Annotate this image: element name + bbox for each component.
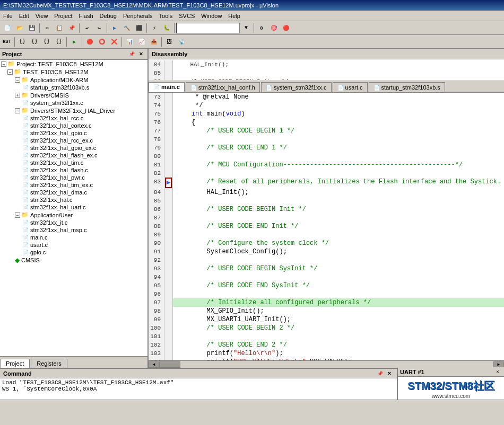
command-close-btn[interactable]: ✕ <box>385 369 394 378</box>
code-line-92[interactable]: 92 <box>149 256 504 264</box>
code-line-83[interactable]: 83 ▶ /* Reset of all peripherals, Initia… <box>149 178 504 188</box>
editor-tab-main-c[interactable]: 📄main.c <box>149 82 185 92</box>
hscroll-thumb[interactable] <box>159 361 180 368</box>
tree-item-10[interactable]: 📄stm32f1xx_hal_rcc_ex.c <box>0 137 147 144</box>
step4-btn[interactable]: {} <box>53 36 65 48</box>
hscroll-right[interactable]: ▶ <box>493 361 504 368</box>
code-line-73[interactable]: 73 * @retval None <box>149 93 504 101</box>
tree-item-11[interactable]: 📄stm32f1xx_hal_gpio_ex.c <box>0 144 147 152</box>
menu-item-svcs[interactable]: SVCS <box>176 12 198 20</box>
code-line-84[interactable]: 84 HAL_Init(); <box>149 188 504 197</box>
tree-item-20[interactable]: −📁Application/User <box>0 211 147 219</box>
tree-item-0[interactable]: −📁Project: TEST_F103C8_HSE12M <box>0 60 147 68</box>
code-line-75[interactable]: 75 int main(void) <box>149 110 504 118</box>
open-btn[interactable]: 📂 <box>14 22 25 34</box>
code-line-78[interactable]: 78 <box>149 135 504 144</box>
code-line-85[interactable]: 85 <box>149 197 504 205</box>
tree-item-9[interactable]: 📄stm32f1xx_hal_gpio.c <box>0 129 147 137</box>
stop-btn[interactable]: ⬛ <box>133 22 145 34</box>
tree-item-12[interactable]: 📄stm32f1xx_hal_flash_ex.c <box>0 152 147 159</box>
code-line-103[interactable]: 103 printf("Hello\r\n"); <box>149 349 504 358</box>
code-line-100[interactable]: 100 /* USER CODE BEGIN 2 */ <box>149 324 504 332</box>
tree-item-6[interactable]: −📁Drivers/STM32F1xx_HAL_Driver <box>0 107 147 114</box>
menu-item-file[interactable]: File <box>0 12 16 20</box>
tree-item-18[interactable]: 📄stm32f1xx_hal.c <box>0 196 147 203</box>
uart-close-btn[interactable]: ✕ <box>493 368 502 376</box>
tree-item-3[interactable]: 📄startup_stm32f103xb.s <box>0 84 147 91</box>
code-line-86[interactable]: 86 /* USER CODE BEGIN Init */ <box>149 205 504 214</box>
step2-btn[interactable]: {} <box>29 36 40 48</box>
tree-item-15[interactable]: 📄stm32f1xx_hal_pwr.c <box>0 174 147 181</box>
tree-item-1[interactable]: −📁TEST_F103C8_HSE12M <box>0 68 147 76</box>
menu-item-help[interactable]: Help <box>225 12 244 20</box>
win-btn[interactable]: 🖼 <box>163 36 175 48</box>
tree-item-2[interactable]: −📁Application/MDK-ARM <box>0 76 147 84</box>
menu-item-view[interactable]: View <box>32 12 51 20</box>
code-editor[interactable]: 73 * @retval None 74 */ 75 int main(void… <box>149 93 504 360</box>
code-line-81[interactable]: 81 /* MCU Configuration-----------------… <box>149 161 504 169</box>
hse-value-input[interactable]: HSE_VALUE <box>176 23 240 33</box>
tree-item-25[interactable]: 📄gpio.c <box>0 249 147 256</box>
code-line-97[interactable]: 97 /* Initialize all configured peripher… <box>149 298 504 307</box>
menu-item-peripherals[interactable]: Peripherals <box>120 12 156 20</box>
step3-btn[interactable]: {} <box>41 36 53 48</box>
tree-item-8[interactable]: 📄stm32f1xx_hal_cortex.c <box>0 122 147 129</box>
out-btn[interactable]: 📤 <box>148 36 160 48</box>
menu-item-edit[interactable]: Edit <box>16 12 32 20</box>
editor-tab-startup_stm32f103xb-s[interactable]: 📄startup_stm32f103xb.s <box>369 82 445 92</box>
bp-btn[interactable]: 🔴 <box>84 36 95 48</box>
project-close-btn[interactable]: ✕ <box>137 50 145 58</box>
tree-item-23[interactable]: 📄main.c <box>0 234 147 241</box>
paste-btn[interactable]: 📌 <box>66 22 77 34</box>
copy-btn[interactable]: 📋 <box>54 22 65 34</box>
save-btn[interactable]: 💾 <box>26 22 38 34</box>
menu-item-flash[interactable]: Flash <box>76 12 97 20</box>
menu-item-tools[interactable]: Tools <box>156 12 176 20</box>
tree-item-22[interactable]: 📄stm32f1xx_hal_msp.c <box>0 226 147 234</box>
code-line-104[interactable]: 104 printf("HSE_VALUE: %d\r\n",HSE_VALUE… <box>149 358 504 360</box>
tree-item-17[interactable]: 📄stm32f1xx_hal_dma.c <box>0 189 147 196</box>
code-line-102[interactable]: 102 /* USER CODE END 2 */ <box>149 341 504 349</box>
cut-btn[interactable]: ✂ <box>41 22 53 34</box>
menu-item-window[interactable]: Window <box>198 12 225 20</box>
code-line-101[interactable]: 101 <box>149 332 504 341</box>
undo-btn[interactable]: ↩ <box>81 22 93 34</box>
editor-tab-stm32f1xx_hal_conf-h[interactable]: 📄stm32f1xx_hal_conf.h <box>186 82 260 92</box>
info-btn[interactable]: 🔴 <box>280 22 292 34</box>
redo-btn[interactable]: ↪ <box>93 22 105 34</box>
code-line-96[interactable]: 96 <box>149 290 504 298</box>
serial-btn[interactable]: 📡 <box>176 36 187 48</box>
code-line-99[interactable]: 99 MX_USART1_UART_Init(); <box>149 315 504 324</box>
settings-btn[interactable]: ⚙ <box>256 22 267 34</box>
rebuild-btn[interactable]: 🔨 <box>121 22 133 34</box>
code-line-90[interactable]: 90 /* Configure the system clock */ <box>149 239 504 247</box>
tree-item-19[interactable]: 📄stm32f1xx_hal_uart.c <box>0 203 147 211</box>
hse-dropdown[interactable]: ▼ <box>240 22 252 34</box>
project-pin-btn[interactable]: 📌 <box>127 50 136 58</box>
code-line-79[interactable]: 79 /* USER CODE END 1 */ <box>149 144 504 152</box>
debug-btn[interactable]: 🐛 <box>161 22 172 34</box>
tree-item-13[interactable]: 📄stm32f1xx_hal_tim.c <box>0 159 147 166</box>
code-line-82[interactable]: 82 <box>149 169 504 178</box>
code-line-80[interactable]: 80 <box>149 152 504 161</box>
editor-tab-system_stm32f1xx-c[interactable]: 📄system_stm32f1xx.c <box>261 82 332 92</box>
tree-item-21[interactable]: 📄stm32f1xx_it.c <box>0 219 147 226</box>
editor-hscroll[interactable]: ◀ ▶ <box>149 360 504 368</box>
build-btn[interactable]: ▶ <box>109 22 120 34</box>
tree-item-5[interactable]: 📄system_stm32f1xx.c <box>0 99 147 107</box>
code-line-77[interactable]: 77 /* USER CODE BEGIN 1 */ <box>149 127 504 135</box>
menu-item-project[interactable]: Project <box>51 12 75 20</box>
code-line-94[interactable]: 94 <box>149 273 504 281</box>
bp3-btn[interactable]: ❌ <box>108 36 120 48</box>
code-line-95[interactable]: 95 /* USER CODE END SysInit */ <box>149 281 504 290</box>
tree-item-7[interactable]: 📄stm32f1xx_hal_rcc.c <box>0 114 147 122</box>
proj-tab-project[interactable]: Project <box>0 359 30 368</box>
flash-btn[interactable]: ⚡ <box>149 22 160 34</box>
reg-btn[interactable]: 📈 <box>136 36 147 48</box>
code-line-89[interactable]: 89 <box>149 231 504 239</box>
code-line-91[interactable]: 91 SystemClock_Config(); <box>149 247 504 256</box>
target-btn[interactable]: 🎯 <box>268 22 280 34</box>
step-btn[interactable]: {} <box>16 36 28 48</box>
code-line-76[interactable]: 76 { <box>149 118 504 127</box>
new-btn[interactable]: 📄 <box>2 22 13 34</box>
